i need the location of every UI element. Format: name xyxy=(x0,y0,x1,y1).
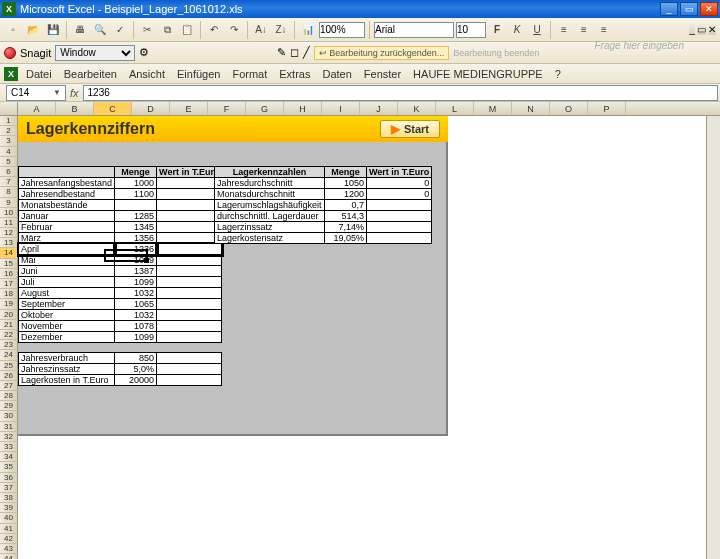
worksheet-grid[interactable]: ABCDEFGHIJKLMNOP 12345678910111213141516… xyxy=(0,102,720,559)
paste-icon[interactable]: 📋 xyxy=(178,21,196,39)
column-header[interactable]: E xyxy=(170,102,208,115)
row-header[interactable]: 15 xyxy=(0,259,18,269)
cut-icon[interactable]: ✂ xyxy=(138,21,156,39)
line-tool-icon[interactable]: ╱ xyxy=(303,46,310,59)
row-header[interactable]: 18 xyxy=(0,289,18,299)
name-box[interactable]: C14 ▼ xyxy=(6,85,66,101)
bold-icon[interactable]: F xyxy=(488,21,506,39)
row-header[interactable]: 37 xyxy=(0,483,18,493)
row-header[interactable]: 35 xyxy=(0,462,18,472)
chart-icon[interactable]: 📊 xyxy=(299,21,317,39)
row-header[interactable]: 14 xyxy=(0,248,18,258)
snagit-settings-icon[interactable]: ⚙ xyxy=(139,46,149,59)
drawing-tool-icon[interactable]: ✎ xyxy=(277,46,286,59)
menu-fenster[interactable]: Fenster xyxy=(358,66,407,82)
row-header[interactable]: 6 xyxy=(0,167,18,177)
align-center-icon[interactable]: ≡ xyxy=(575,21,593,39)
help-search-input[interactable]: Frage hier eingeben xyxy=(588,38,690,53)
row-header[interactable]: 31 xyxy=(0,422,18,432)
zoom-input[interactable] xyxy=(319,22,365,38)
column-header[interactable]: K xyxy=(398,102,436,115)
row-header[interactable]: 12 xyxy=(0,228,18,238)
menu-help[interactable]: ? xyxy=(549,66,567,82)
select-all-corner[interactable] xyxy=(0,102,18,115)
menu-haufe[interactable]: HAUFE MEDIENGRUPPE xyxy=(407,66,549,82)
row-header[interactable]: 21 xyxy=(0,320,18,330)
row-header[interactable]: 34 xyxy=(0,452,18,462)
row-header[interactable]: 43 xyxy=(0,544,18,554)
redo-icon[interactable]: ↷ xyxy=(225,21,243,39)
row-header[interactable]: 40 xyxy=(0,513,18,523)
row-header[interactable]: 20 xyxy=(0,310,18,320)
underline-icon[interactable]: U xyxy=(528,21,546,39)
align-left-icon[interactable]: ≡ xyxy=(555,21,573,39)
copy-icon[interactable]: ⧉ xyxy=(158,21,176,39)
shape-tool-icon[interactable]: ◻ xyxy=(290,46,299,59)
column-header[interactable]: B xyxy=(56,102,94,115)
new-icon[interactable]: ▫ xyxy=(4,21,22,39)
italic-icon[interactable]: K xyxy=(508,21,526,39)
font-name-input[interactable] xyxy=(374,22,454,38)
menu-einfuegen[interactable]: Einfügen xyxy=(171,66,226,82)
sort-asc-icon[interactable]: A↓ xyxy=(252,21,270,39)
vertical-scrollbar[interactable] xyxy=(706,116,720,559)
row-header[interactable]: 2 xyxy=(0,126,18,136)
column-header[interactable]: C xyxy=(94,102,132,115)
close-button[interactable]: ✕ xyxy=(700,2,718,16)
menu-ansicht[interactable]: Ansicht xyxy=(123,66,171,82)
row-header[interactable]: 16 xyxy=(0,269,18,279)
row-header[interactable]: 32 xyxy=(0,432,18,442)
doc-minimize-button[interactable]: _ xyxy=(689,24,695,35)
column-header[interactable]: H xyxy=(284,102,322,115)
row-header[interactable]: 13 xyxy=(0,238,18,248)
row-header[interactable]: 41 xyxy=(0,524,18,534)
menu-extras[interactable]: Extras xyxy=(273,66,316,82)
column-header[interactable]: I xyxy=(322,102,360,115)
menu-datei[interactable]: Datei xyxy=(20,66,58,82)
row-header[interactable]: 23 xyxy=(0,340,18,350)
formula-input[interactable]: 1236 xyxy=(83,85,718,101)
column-header[interactable]: P xyxy=(588,102,626,115)
row-header[interactable]: 36 xyxy=(0,473,18,483)
row-header[interactable]: 11 xyxy=(0,218,18,228)
row-header[interactable]: 8 xyxy=(0,187,18,197)
start-button[interactable]: ▶ Start xyxy=(380,120,440,138)
row-header[interactable]: 24 xyxy=(0,350,18,360)
row-header[interactable]: 1 xyxy=(0,116,18,126)
row-header[interactable]: 26 xyxy=(0,371,18,381)
column-header[interactable]: N xyxy=(512,102,550,115)
doc-close-button[interactable]: ✕ xyxy=(708,24,716,35)
row-header[interactable]: 28 xyxy=(0,391,18,401)
column-header[interactable]: F xyxy=(208,102,246,115)
column-header[interactable]: D xyxy=(132,102,170,115)
align-right-icon[interactable]: ≡ xyxy=(595,21,613,39)
sort-desc-icon[interactable]: Z↓ xyxy=(272,21,290,39)
row-header[interactable]: 10 xyxy=(0,208,18,218)
workbook-icon[interactable]: X xyxy=(4,67,18,81)
row-header[interactable]: 25 xyxy=(0,361,18,371)
row-header[interactable]: 9 xyxy=(0,198,18,208)
minimize-button[interactable]: _ xyxy=(660,2,678,16)
doc-restore-button[interactable]: ▭ xyxy=(697,24,706,35)
maximize-button[interactable]: ▭ xyxy=(680,2,698,16)
row-header[interactable]: 38 xyxy=(0,493,18,503)
input-table[interactable]: MengeWert in T.EuroJahresanfangsbestand1… xyxy=(18,166,222,386)
snagit-capture-icon[interactable] xyxy=(4,47,16,59)
snagit-profile-select[interactable]: Window xyxy=(55,45,135,61)
row-header[interactable]: 3 xyxy=(0,136,18,146)
edit-notice[interactable]: ↩ Bearbeitung zurückgenden... xyxy=(314,46,449,60)
print-icon[interactable]: 🖶 xyxy=(71,21,89,39)
column-header[interactable]: J xyxy=(360,102,398,115)
menu-format[interactable]: Format xyxy=(226,66,273,82)
column-header[interactable]: G xyxy=(246,102,284,115)
menu-bearbeiten[interactable]: Bearbeiten xyxy=(58,66,123,82)
row-header[interactable]: 22 xyxy=(0,330,18,340)
row-header[interactable]: 42 xyxy=(0,534,18,544)
column-header[interactable]: O xyxy=(550,102,588,115)
font-size-input[interactable] xyxy=(456,22,486,38)
row-header[interactable]: 17 xyxy=(0,279,18,289)
undo-icon[interactable]: ↶ xyxy=(205,21,223,39)
row-header[interactable]: 29 xyxy=(0,401,18,411)
open-icon[interactable]: 📂 xyxy=(24,21,42,39)
row-header[interactable]: 7 xyxy=(0,177,18,187)
